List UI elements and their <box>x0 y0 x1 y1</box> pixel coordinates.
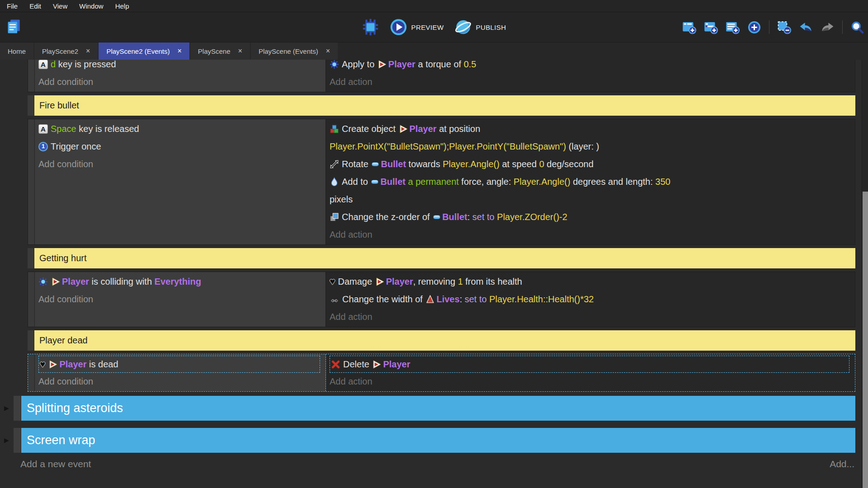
keyboard-icon: A <box>38 124 48 134</box>
add-button[interactable]: Add... <box>830 459 854 469</box>
toolbar-center: PREVIEW PUBLISH <box>362 12 506 42</box>
create-object-icon <box>330 124 339 134</box>
add-condition-button[interactable]: Add condition <box>38 373 322 390</box>
project-manager-icon <box>5 19 23 36</box>
scrollbar-thumb[interactable] <box>863 192 868 488</box>
action[interactable]: Apply to Player a torque of 0.5 <box>330 60 851 73</box>
group-drag-handle[interactable] <box>14 396 21 421</box>
add-comment-button[interactable] <box>726 20 740 34</box>
actions-cell: ♥Damage Player, removing 1 from its heal… <box>326 272 855 327</box>
add-action-button[interactable]: Add action <box>330 308 851 326</box>
event-drag-handle[interactable] <box>28 60 35 92</box>
player-ship-icon <box>399 125 408 133</box>
actions-cell: Delete PlayerAdd action <box>326 354 855 391</box>
publish-button[interactable]: PUBLISH <box>454 19 506 36</box>
add-condition-button[interactable]: Add condition <box>38 291 322 308</box>
tab-playscene[interactable]: PlayScene× <box>190 42 250 60</box>
group-drag-handle[interactable] <box>14 428 21 453</box>
add-other-event-icon <box>747 20 761 34</box>
comment-row: Fire bullet <box>28 95 855 116</box>
comment[interactable]: Fire bullet <box>34 95 855 116</box>
add-subevent-icon <box>704 20 718 34</box>
add-condition-button[interactable]: Add condition <box>38 73 322 91</box>
event-drag-handle[interactable] <box>28 248 34 268</box>
event-drag-handle[interactable] <box>28 354 35 391</box>
event-drag-handle[interactable] <box>28 272 35 327</box>
tab-label: PlayScene2 (Events) <box>106 47 170 55</box>
action[interactable]: Add to Bullet a permanent force, angle: … <box>330 173 851 208</box>
search-icon <box>850 20 864 34</box>
delete-icon <box>331 360 340 369</box>
force-icon <box>330 177 339 187</box>
debug-button[interactable] <box>362 19 379 36</box>
condition[interactable]: 1Trigger once <box>38 138 322 155</box>
player-ship-icon <box>378 60 387 69</box>
search-button[interactable] <box>850 20 864 34</box>
choose-event-button[interactable] <box>747 20 761 34</box>
condition[interactable]: Ad key is pressed <box>38 60 322 73</box>
action[interactable]: ♥Damage Player, removing 1 from its heal… <box>330 273 851 291</box>
add-event-button[interactable] <box>682 20 696 34</box>
event-group[interactable]: Screen wrap <box>21 428 855 453</box>
menu-view[interactable]: View <box>47 2 73 10</box>
width-arrow-icon: ↔ <box>330 295 340 304</box>
event-drag-handle[interactable] <box>28 119 35 244</box>
menu-window[interactable]: Window <box>73 2 109 10</box>
player-ship-icon <box>49 360 57 369</box>
toolbar-right <box>682 20 868 34</box>
event-group[interactable]: Splitting asteroids <box>21 396 855 421</box>
add-action-button[interactable]: Add action <box>330 226 851 244</box>
condition[interactable]: ♥Player is dead <box>38 356 320 373</box>
add-action-button[interactable]: Add action <box>330 73 851 91</box>
condition[interactable]: ASpace key is released <box>38 120 322 138</box>
toolbar: PREVIEW PUBLISH <box>0 12 868 42</box>
menu-edit[interactable]: Edit <box>24 2 47 10</box>
add-subevent-button[interactable] <box>704 20 718 34</box>
action[interactable]: Rotate Bullet towards Player.Angle() at … <box>330 155 851 173</box>
condition[interactable]: Player is colliding with Everything <box>38 273 322 291</box>
collapse-arrow-icon[interactable]: ▶ <box>4 405 9 411</box>
collapse-arrow-icon[interactable]: ▶ <box>4 437 9 443</box>
menu-bar: File Edit View Window Help <box>0 0 868 12</box>
close-icon[interactable]: × <box>86 47 90 55</box>
tab-playscene2-events[interactable]: PlayScene2 (Events)× <box>99 42 189 60</box>
add-event-icon <box>682 20 696 34</box>
menu-help[interactable]: Help <box>109 2 135 10</box>
comment[interactable]: Player dead <box>34 330 855 351</box>
tab-home[interactable]: Home <box>0 42 33 60</box>
bullet-icon <box>371 180 378 184</box>
add-action-button[interactable]: Add action <box>330 373 851 390</box>
action[interactable]: Create object Player at positionPlayer.P… <box>330 120 851 155</box>
comment[interactable]: Getting hurt <box>34 248 855 268</box>
delete-selection-button[interactable] <box>777 20 791 34</box>
add-condition-button[interactable]: Add condition <box>38 155 322 173</box>
add-new-event-button[interactable]: Add a new event <box>20 459 91 469</box>
conditions-cell: ♥Player is deadAdd condition <box>35 354 326 391</box>
preview-label: PREVIEW <box>411 23 444 31</box>
menu-file[interactable]: File <box>1 2 24 10</box>
delete-selection-icon <box>777 20 791 34</box>
heart-icon: ♥ <box>40 360 45 369</box>
toolbar-separator <box>842 20 843 34</box>
vertical-scrollbar[interactable] <box>862 60 868 488</box>
event-drag-handle[interactable] <box>28 95 34 116</box>
undo-button[interactable] <box>799 20 813 34</box>
z-order-icon <box>330 212 339 222</box>
action[interactable]: Delete Player <box>330 356 849 373</box>
actions-cell: Create object Player at positionPlayer.P… <box>326 119 855 244</box>
project-manager-button[interactable] <box>5 19 23 36</box>
event-row: ♥Player is deadAdd condition Delete Play… <box>28 354 855 392</box>
toolbar-separator <box>769 20 769 34</box>
tab-playscene-events[interactable]: PlayScene (Events)× <box>251 42 338 60</box>
close-icon[interactable]: × <box>238 47 242 55</box>
close-icon[interactable]: × <box>326 47 330 55</box>
add-comment-icon <box>726 20 740 34</box>
preview-button[interactable]: PREVIEW <box>390 19 444 36</box>
event-drag-handle[interactable] <box>28 330 34 351</box>
action[interactable]: Change the z-order of Bullet: set to Pla… <box>330 208 851 226</box>
tab-playscene2[interactable]: PlayScene2× <box>34 42 98 60</box>
close-icon[interactable]: × <box>178 47 182 55</box>
redo-button[interactable] <box>821 20 835 34</box>
action[interactable]: ↔Change the width of Lives: set to Playe… <box>330 291 851 308</box>
event-row: Player is colliding with EverythingAdd c… <box>28 272 855 327</box>
